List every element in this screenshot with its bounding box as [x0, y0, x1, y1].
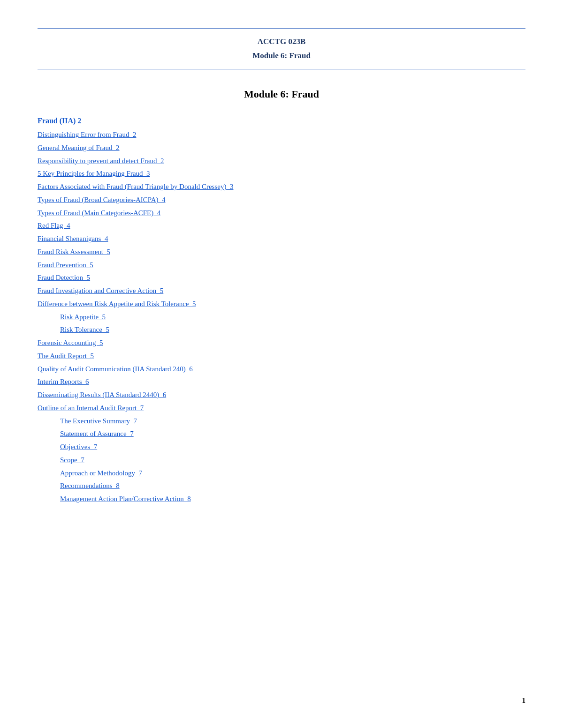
toc-item-11[interactable]: Fraud Detection 5: [38, 271, 525, 285]
toc-item-23[interactable]: Statement of Assurance 7: [38, 428, 525, 441]
toc-item-4[interactable]: Factors Associated with Fraud (Fraud Tri…: [38, 180, 525, 194]
toc-item-24[interactable]: Objectives 7: [38, 441, 525, 454]
page-title: Module 6: Fraud: [38, 88, 525, 100]
toc-item-8[interactable]: Financial Shenanigans 4: [38, 233, 525, 246]
toc-item-16[interactable]: Forensic Accounting 5: [38, 337, 525, 350]
toc-item-25[interactable]: Scope 7: [38, 454, 525, 467]
toc-item-26[interactable]: Approach or Methodology 7: [38, 467, 525, 480]
header-section: ACCTG 023B Module 6: Fraud: [38, 28, 525, 69]
page-number: 1: [522, 697, 526, 705]
toc-main-heading[interactable]: Fraud (IIA) 2: [38, 113, 525, 128]
toc-item-28[interactable]: Management Action Plan/Corrective Action…: [38, 493, 525, 506]
toc-item-15[interactable]: Risk Tolerance 5: [38, 323, 525, 337]
toc-item-1[interactable]: General Meaning of Fraud 2: [38, 142, 525, 155]
header-module: Module 6: Fraud: [38, 51, 525, 60]
toc-item-10[interactable]: Fraud Prevention 5: [38, 259, 525, 272]
toc-item-9[interactable]: Fraud Risk Assessment 5: [38, 246, 525, 259]
toc-item-14[interactable]: Risk Appetite 5: [38, 311, 525, 324]
toc-item-20[interactable]: Disseminating Results (IIA Standard 2440…: [38, 389, 525, 402]
page-container: ACCTG 023B Module 6: Fraud Module 6: Fra…: [0, 0, 563, 728]
header-course: ACCTG 023B: [38, 37, 525, 46]
toc-item-3[interactable]: 5 Key Principles for Managing Fraud 3: [38, 167, 525, 180]
toc-item-2[interactable]: Responsibility to prevent and detect Fra…: [38, 155, 525, 168]
toc-item-22[interactable]: The Executive Summary 7: [38, 415, 525, 428]
toc-item-27[interactable]: Recommendations 8: [38, 480, 525, 493]
toc-item-17[interactable]: The Audit Report 5: [38, 350, 525, 363]
toc-item-0[interactable]: Distinguishing Error from Fraud 2: [38, 128, 525, 142]
toc-items-container: Distinguishing Error from Fraud 2General…: [38, 128, 525, 506]
toc-item-12[interactable]: Fraud Investigation and Corrective Actio…: [38, 285, 525, 298]
toc-item-19[interactable]: Interim Reports 6: [38, 375, 525, 389]
toc-item-6[interactable]: Types of Fraud (Main Categories-ACFE) 4: [38, 207, 525, 220]
toc-item-7[interactable]: Red Flag 4: [38, 219, 525, 233]
toc-section: Fraud (IIA) 2 Distinguishing Error from …: [38, 113, 525, 506]
toc-item-5[interactable]: Types of Fraud (Broad Categories-AICPA) …: [38, 194, 525, 207]
toc-item-13[interactable]: Difference between Risk Appetite and Ris…: [38, 298, 525, 311]
toc-item-18[interactable]: Quality of Audit Communication (IIA Stan…: [38, 363, 525, 376]
toc-item-21[interactable]: Outline of an Internal Audit Report 7: [38, 402, 525, 415]
